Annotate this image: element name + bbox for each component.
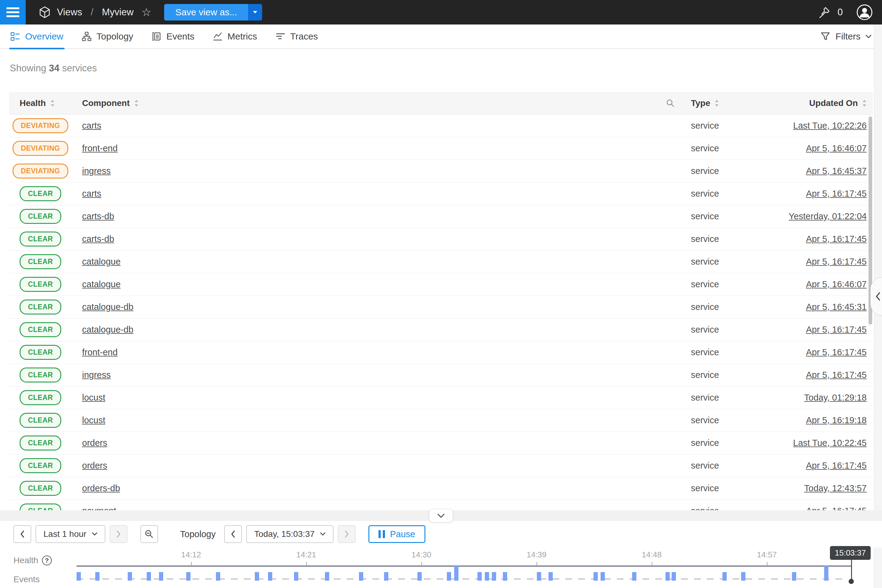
event-bar[interactable] (741, 572, 746, 580)
updated-on-link[interactable]: Apr 5, 16:17:45 (806, 256, 867, 267)
event-bar[interactable] (492, 572, 496, 580)
event-bar[interactable] (477, 572, 482, 580)
updated-on-link[interactable]: Apr 5, 16:17:45 (806, 325, 867, 335)
table-row[interactable]: CLEAR orders service Apr 5, 16:17:45 (9, 454, 873, 477)
event-bar[interactable] (384, 572, 388, 580)
component-link[interactable]: ingress (82, 370, 111, 380)
component-link[interactable]: ingress (82, 166, 111, 176)
filters-button[interactable]: Filters (820, 31, 872, 42)
updated-on-link[interactable]: Apr 5, 16:17:45 (806, 234, 867, 244)
event-bar[interactable] (792, 572, 796, 580)
zoom-out-button[interactable] (140, 525, 158, 543)
right-panel-expand-button[interactable] (870, 278, 882, 315)
component-link[interactable]: orders (82, 438, 107, 448)
save-view-dropdown-button[interactable] (248, 4, 262, 21)
sort-icon[interactable] (134, 99, 139, 107)
table-row[interactable]: DEVIATING front-end service Apr 5, 16:46… (9, 137, 873, 160)
updated-on-link[interactable]: Apr 5, 16:17:45 (806, 370, 867, 380)
event-bar[interactable] (76, 572, 81, 580)
table-row[interactable]: CLEAR carts-db service Yesterday, 01:22:… (9, 205, 873, 228)
updated-on-link[interactable]: Apr 5, 16:19:18 (806, 415, 867, 425)
updated-on-link[interactable]: Yesterday, 01:22:04 (789, 212, 867, 221)
breadcrumb-views[interactable]: Views (57, 7, 82, 18)
event-bar[interactable] (600, 572, 605, 580)
pause-button[interactable]: Pause (368, 525, 425, 543)
updated-on-link[interactable]: Apr 5, 16:45:31 (806, 302, 867, 312)
component-link[interactable]: locust (82, 393, 105, 403)
updated-on-link[interactable]: Apr 5, 16:17:45 (806, 506, 867, 510)
breadcrumb-view-name[interactable]: Myview (102, 7, 134, 18)
help-icon[interactable]: ? (42, 555, 52, 566)
table-row[interactable]: CLEAR carts service Apr 5, 16:17:45 (9, 183, 873, 205)
component-link[interactable]: catalogue (82, 279, 121, 290)
tab-metrics[interactable]: Metrics (212, 24, 258, 49)
event-bar[interactable] (723, 572, 727, 580)
table-row[interactable]: CLEAR ingress service Apr 5, 16:17:45 (9, 364, 873, 387)
favorite-star-icon[interactable]: ☆ (141, 6, 151, 19)
component-link[interactable]: catalogue-db (82, 302, 134, 312)
search-icon[interactable] (666, 99, 675, 108)
event-bar[interactable] (454, 566, 459, 580)
component-link[interactable]: carts-db (82, 234, 114, 244)
updated-on-link[interactable]: Apr 5, 16:46:07 (806, 143, 867, 153)
time-next-button[interactable] (338, 525, 356, 543)
event-bar[interactable] (485, 572, 489, 580)
event-bar[interactable] (632, 572, 636, 580)
table-row[interactable]: DEVIATING carts service Last Tue, 10:22:… (9, 114, 873, 137)
component-link[interactable]: orders (82, 460, 107, 471)
table-row[interactable]: CLEAR locust service Apr 5, 16:19:18 (9, 409, 873, 432)
tab-overview[interactable]: Overview (9, 24, 64, 49)
event-bar[interactable] (537, 572, 541, 580)
table-row[interactable]: CLEAR locust service Today, 01:29:18 (9, 387, 873, 409)
table-row[interactable]: CLEAR catalogue service Apr 5, 16:46:07 (9, 273, 873, 296)
table-row[interactable]: CLEAR catalogue-db service Apr 5, 16:45:… (9, 296, 873, 318)
tab-topology[interactable]: Topology (81, 24, 135, 49)
component-link[interactable]: carts-db (82, 212, 114, 221)
event-bar[interactable] (128, 572, 132, 580)
sort-icon[interactable] (862, 99, 867, 107)
event-bar[interactable] (594, 572, 598, 580)
sort-icon[interactable] (714, 99, 719, 107)
component-link[interactable]: orders-db (82, 483, 120, 494)
updated-on-link[interactable]: Apr 5, 16:46:07 (806, 279, 867, 290)
updated-on-link[interactable]: Apr 5, 16:17:45 (806, 460, 867, 471)
event-bar[interactable] (186, 572, 190, 580)
table-row[interactable]: CLEAR front-end service Apr 5, 16:17:45 (9, 341, 873, 364)
current-time-dropdown[interactable]: Today, 15:03:37 (246, 525, 333, 543)
updated-on-link[interactable]: Last Tue, 10:22:26 (793, 121, 867, 131)
event-bar[interactable] (159, 572, 163, 580)
column-header-component[interactable]: Component (72, 98, 683, 108)
event-bar[interactable] (294, 572, 298, 580)
sort-icon[interactable] (50, 99, 55, 107)
current-time-dot[interactable] (849, 579, 854, 584)
event-bar[interactable] (503, 572, 507, 580)
time-previous-button[interactable] (224, 525, 242, 543)
range-next-button[interactable] (110, 525, 128, 543)
table-row[interactable]: CLEAR catalogue-db service Apr 5, 16:17:… (9, 318, 873, 341)
component-link[interactable]: locust (82, 415, 105, 425)
component-link[interactable]: catalogue-db (82, 325, 134, 335)
event-bar[interactable] (147, 572, 151, 580)
updated-on-link[interactable]: Apr 5, 16:45:37 (806, 166, 867, 176)
table-row[interactable]: CLEAR carts-db service Apr 5, 16:17:45 (9, 228, 873, 250)
event-bar[interactable] (359, 572, 363, 580)
event-bar[interactable] (325, 572, 329, 580)
updated-on-link[interactable]: Today, 01:29:18 (804, 393, 867, 403)
table-row[interactable]: CLEAR orders service Last Tue, 10:22:45 (9, 432, 873, 454)
updated-on-link[interactable]: Last Tue, 10:22:45 (793, 438, 867, 448)
hamburger-menu-button[interactable] (0, 0, 26, 24)
event-bar[interactable] (824, 566, 828, 580)
timeline-axis[interactable] (76, 566, 852, 567)
event-bar[interactable] (447, 572, 451, 580)
table-row[interactable]: CLEAR orders-db service Today, 12:43:57 (9, 477, 873, 500)
column-header-health[interactable]: Health (9, 98, 72, 108)
column-header-type[interactable]: Type (683, 98, 775, 108)
updated-on-link[interactable]: Today, 12:43:57 (804, 483, 867, 494)
tab-traces[interactable]: Traces (274, 24, 320, 49)
component-link[interactable]: catalogue (82, 256, 121, 267)
updated-on-link[interactable]: Apr 5, 16:17:45 (806, 189, 867, 199)
tab-events[interactable]: Events (150, 24, 196, 49)
updated-on-link[interactable]: Apr 5, 16:17:45 (806, 347, 867, 357)
event-bar[interactable] (268, 572, 272, 580)
event-bar[interactable] (549, 572, 553, 580)
